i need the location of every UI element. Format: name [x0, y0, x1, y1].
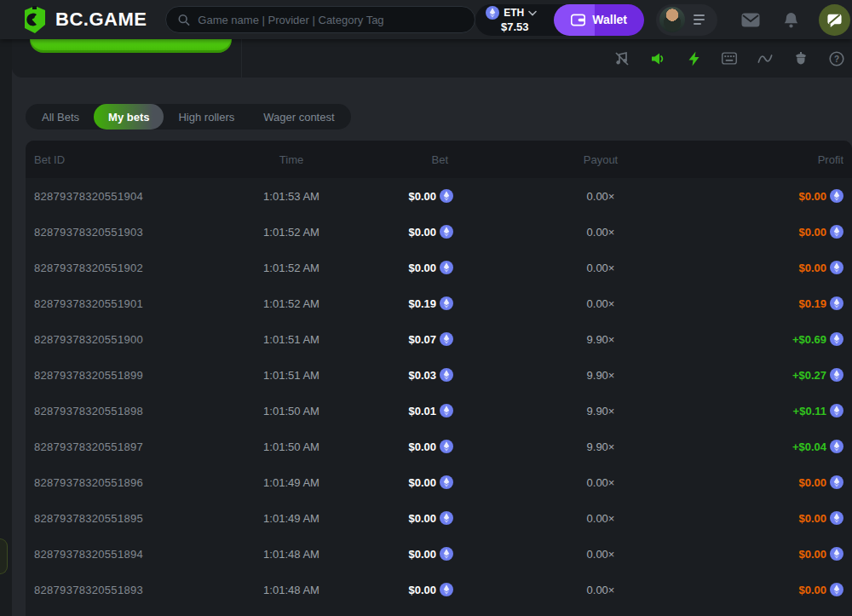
time-cell: 1:01:48 AM — [232, 548, 351, 561]
bet-amount: $0.00 — [408, 190, 436, 203]
bet-cell: $0.00 — [351, 583, 453, 596]
wallet-button[interactable]: Wallet — [554, 4, 644, 36]
profile-pill[interactable] — [656, 4, 717, 36]
top-navbar: BC.GAME ETH — [0, 0, 852, 39]
payout-cell: 9.90× — [453, 440, 666, 453]
brand-logo[interactable]: BC.GAME — [22, 6, 147, 33]
hotkeys-keyboard-icon[interactable] — [722, 51, 737, 66]
bet-id-cell: 82879378320551902 — [34, 262, 232, 274]
navbar-right-cluster: ETH $7.53 Wallet — [475, 4, 852, 36]
eth-coin-icon — [830, 225, 843, 239]
payout-cell: 0.00× — [453, 512, 666, 525]
bet-cell: $0.00 — [351, 440, 453, 453]
table-row[interactable]: 82879378320551903 1:01:52 AM $0.00 0.00×… — [26, 214, 852, 250]
eth-coin-icon — [440, 296, 453, 310]
mail-icon[interactable] — [741, 13, 760, 27]
game-panel-bottom: ? — [12, 39, 852, 78]
search-input[interactable] — [198, 14, 463, 26]
currency-code: ETH — [504, 7, 524, 19]
bet-amount: $0.00 — [408, 262, 436, 274]
table-row[interactable]: 82879378320551902 1:01:52 AM $0.00 0.00×… — [26, 250, 852, 285]
profit-cell: $0.00 — [666, 189, 843, 203]
table-row[interactable]: 82879378320551894 1:01:48 AM $0.00 0.00×… — [26, 536, 852, 572]
profit-cell: $0.19 — [666, 296, 843, 310]
payout-cell: 0.00× — [453, 584, 666, 596]
tab-all-bets[interactable]: All Bets — [27, 104, 94, 130]
menu-icon[interactable] — [694, 14, 707, 25]
eth-coin-icon — [440, 475, 453, 489]
tab-my-bets[interactable]: My bets — [94, 104, 164, 130]
profit-amount: $0.00 — [798, 190, 826, 203]
bet-amount: $0.00 — [408, 226, 436, 239]
help-icon[interactable]: ? — [829, 51, 844, 66]
eth-coin-icon — [440, 332, 453, 346]
table-row[interactable]: 82879378320551895 1:01:49 AM $0.00 0.00×… — [26, 500, 852, 536]
bet-id-cell: 82879378320551895 — [34, 512, 232, 525]
bet-amount: $0.00 — [408, 548, 436, 561]
profit-amount: $0.00 — [798, 262, 826, 274]
fairness-acorn-icon[interactable] — [793, 51, 809, 66]
currency-balance: $7.53 — [486, 20, 544, 33]
chat-toggle-button[interactable] — [819, 4, 850, 36]
bell-icon[interactable] — [784, 12, 798, 28]
brand-wordmark: BC.GAME — [55, 9, 147, 31]
eth-coin-icon — [440, 261, 453, 274]
app-window: BC.GAME ETH — [0, 0, 852, 616]
profit-cell: $0.00 — [666, 583, 843, 596]
eth-coin-icon — [830, 332, 843, 346]
profit-amount: +$0.27 — [792, 369, 826, 382]
payout-cell: 0.00× — [453, 548, 666, 561]
svg-text:?: ? — [834, 54, 839, 63]
payout-cell: 0.00× — [453, 476, 666, 489]
bet-button[interactable] — [30, 39, 232, 53]
bet-amount: $0.01 — [408, 405, 436, 417]
turbo-bolt-icon[interactable] — [686, 51, 701, 66]
payout-cell: 9.90× — [453, 405, 666, 417]
time-cell: 1:01:52 AM — [232, 297, 351, 310]
tab-wager-contest[interactable]: Wager contest — [249, 104, 348, 130]
profit-amount: $0.00 — [798, 548, 826, 561]
table-header-row: Bet ID Time Bet Payout Profit — [26, 141, 852, 178]
profit-cell: $0.00 — [666, 261, 843, 274]
table-row[interactable]: 82879378320551893 1:01:48 AM $0.00 0.00×… — [26, 572, 852, 607]
profit-amount: $0.00 — [798, 476, 826, 489]
bet-id-cell: 82879378320551898 — [34, 405, 232, 417]
table-row[interactable]: 82879378320551901 1:01:52 AM $0.19 0.00×… — [26, 285, 852, 321]
side-flyout-handle[interactable] — [0, 538, 8, 574]
table-row[interactable]: 82879378320551900 1:01:51 AM $0.07 9.90×… — [26, 321, 852, 357]
table-row[interactable]: 82879378320551899 1:01:51 AM $0.03 9.90×… — [26, 357, 852, 393]
payout-cell: 9.90× — [453, 333, 666, 346]
bet-id-cell: 82879378320551900 — [34, 333, 232, 346]
currency-wallet-group: ETH $7.53 Wallet — [475, 4, 644, 36]
eth-coin-icon — [830, 368, 843, 382]
time-cell: 1:01:52 AM — [232, 262, 351, 274]
bet-id-cell: 82879378320551897 — [34, 440, 232, 453]
col-bet-id: Bet ID — [34, 153, 232, 166]
profit-cell: $0.00 — [666, 225, 843, 239]
game-search[interactable] — [165, 6, 475, 33]
currency-selector[interactable]: ETH $7.53 — [475, 6, 554, 33]
table-row[interactable]: 82879378320551896 1:01:49 AM $0.00 0.00×… — [26, 464, 852, 500]
tab-high-rollers[interactable]: High rollers — [164, 104, 249, 130]
avatar[interactable] — [659, 7, 685, 32]
col-profit: Profit — [666, 153, 843, 166]
trends-icon[interactable] — [757, 51, 773, 66]
profit-cell: $0.00 — [666, 547, 843, 561]
time-cell: 1:01:50 AM — [232, 440, 351, 453]
eth-coin-icon — [830, 440, 843, 453]
bet-amount: $0.00 — [408, 440, 436, 453]
sound-on-icon[interactable] — [650, 51, 665, 66]
col-payout: Payout — [453, 153, 666, 166]
music-off-icon[interactable] — [614, 51, 630, 66]
table-row[interactable]: 82879378320551904 1:01:53 AM $0.00 0.00×… — [26, 178, 852, 214]
wallet-icon — [571, 14, 585, 26]
profit-cell: $0.00 — [666, 475, 843, 489]
payout-cell: 0.00× — [453, 226, 666, 239]
bet-cell: $0.03 — [351, 368, 453, 382]
bet-cell: $0.00 — [351, 547, 453, 561]
table-row[interactable]: 82879378320551898 1:01:50 AM $0.01 9.90×… — [26, 393, 852, 429]
profit-amount: +$0.11 — [793, 405, 826, 417]
bet-cell: $0.07 — [351, 332, 453, 346]
eth-coin-icon — [830, 475, 843, 489]
table-row[interactable]: 82879378320551897 1:01:50 AM $0.00 9.90×… — [26, 429, 852, 464]
